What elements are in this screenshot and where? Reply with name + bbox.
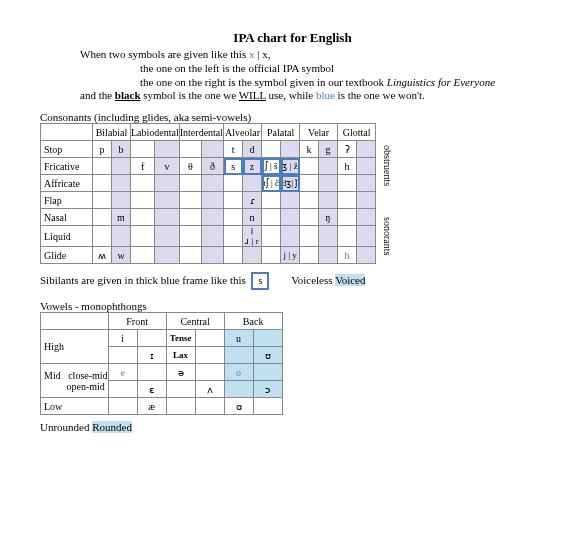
col-bilabial: Bilabial — [93, 124, 131, 141]
cell-d: d — [243, 141, 262, 158]
intro-l2: the one on the left is the official IPA … — [140, 62, 334, 74]
row-flap: Flap — [41, 192, 93, 209]
intro-l1a: When two symbols are given like this — [80, 48, 249, 60]
cell-j: j | y — [281, 247, 300, 264]
unrounded-label: Unrounded — [40, 421, 92, 433]
vrow-low: Low — [41, 398, 109, 415]
cell-l-r: lɹ | r — [243, 226, 262, 247]
col-glottal: Glottal — [338, 124, 376, 141]
cell-eps: ɛ — [137, 381, 166, 398]
cell-theta: θ — [179, 158, 201, 175]
cell-t: t — [224, 141, 243, 158]
cell-zh: ʒ | ž — [281, 158, 300, 175]
lax-label: Lax — [166, 347, 195, 364]
row-fricative: Fricative — [41, 158, 93, 175]
row-stop: Stop — [41, 141, 93, 158]
row-liquid: Liquid — [41, 226, 93, 247]
voiceless-label: Voiceless — [291, 274, 335, 286]
cell-eth: ð — [201, 158, 223, 175]
col-velar: Velar — [300, 124, 338, 141]
cell-ch: tʃ | č — [262, 175, 281, 192]
intro-l4a: and the — [80, 89, 115, 101]
consonants-table: Bilabial Labiodental Interdental Alveola… — [40, 123, 394, 264]
cell-sh: ʃ | š — [262, 158, 281, 175]
sibilant-note: Sibilants are given in thick blue frame … — [40, 272, 545, 290]
intro-l4f: blue — [316, 89, 335, 101]
intro-l3a: the one on the right is the symbol given… — [140, 76, 387, 88]
cell-i: i — [108, 330, 137, 347]
row-affricate: Affricate — [41, 175, 93, 192]
intro-l4c: symbol is the one we — [141, 89, 239, 101]
cell-ae: æ — [137, 398, 166, 415]
cell-z: z — [243, 158, 262, 175]
vowels-label: Vowels - monophthongs — [40, 300, 545, 312]
consonants-label: Consonants (including glides, aka semi-v… — [40, 111, 545, 123]
cell-n: n — [243, 209, 262, 226]
intro-l4e: use, while — [266, 89, 316, 101]
side-obstruents: obstruents — [376, 124, 395, 209]
vcol-central: Central — [166, 313, 224, 330]
col-interdental: Interdental — [179, 124, 223, 141]
cell-I: ɪ — [137, 347, 166, 364]
cell-w: w — [112, 247, 131, 264]
row-nasal: Nasal — [41, 209, 93, 226]
cell-jh: dʒ| ǰ — [281, 175, 300, 192]
cell-v: v — [155, 158, 179, 175]
cell-b: b — [112, 141, 131, 158]
cell-wv: ʍ — [93, 247, 112, 264]
intro-l1c: | x, — [254, 48, 270, 60]
vrow-mid: Mid close-mid open-mid — [41, 364, 109, 398]
cell-e: e — [108, 364, 137, 381]
cell-k: k — [300, 141, 319, 158]
vrow-high: High — [41, 330, 109, 364]
col-alveolar: Alveolar — [224, 124, 262, 141]
intro-l3b: Linguistics for Everyone — [387, 76, 495, 88]
sib-example-box: s — [251, 272, 269, 290]
cell-f: f — [131, 158, 155, 175]
col-palatal: Palatal — [262, 124, 300, 141]
side-sonorants: sonorants — [376, 209, 395, 264]
cell-m: m — [112, 209, 131, 226]
cell-glottal-stop: ʔ — [338, 141, 357, 158]
intro-l4b: black — [115, 89, 141, 101]
cell-a: ɑ — [224, 398, 253, 415]
intro-l4g: is the one we won't. — [335, 89, 425, 101]
sib-text: Sibilants are given in thick blue frame … — [40, 274, 246, 286]
cell-open-o: ɔ — [253, 381, 282, 398]
cell-schwa: ə — [166, 364, 195, 381]
tense-label: Tense — [166, 330, 195, 347]
cell-ng: ŋ — [319, 209, 338, 226]
cell-p: p — [93, 141, 112, 158]
page-title: IPA chart for English — [40, 30, 545, 46]
rounding-note: Unrounded Rounded — [40, 421, 545, 433]
cell-o: o — [224, 364, 253, 381]
vcol-back: Back — [224, 313, 282, 330]
cell-s: s — [224, 158, 243, 175]
intro-block: When two symbols are given like this x |… — [80, 48, 545, 103]
cell-h: h — [338, 158, 357, 175]
vcol-front: Front — [108, 313, 166, 330]
row-glide: Glide — [41, 247, 93, 264]
voiced-label: Voiced — [335, 274, 365, 286]
cell-flap: ɾ — [243, 192, 262, 209]
vowels-table: Front Central Back High i Tense u ɪ Lax … — [40, 312, 283, 415]
cell-U: ʊ — [253, 347, 282, 364]
intro-l4d: WILL — [239, 89, 266, 101]
cell-caret: ʌ — [195, 381, 224, 398]
cell-g: g — [319, 141, 338, 158]
col-labiodental: Labiodental — [131, 124, 180, 141]
rounded-label: Rounded — [92, 421, 132, 433]
cell-u: u — [224, 330, 253, 347]
cell-h-glide: h — [338, 247, 357, 264]
